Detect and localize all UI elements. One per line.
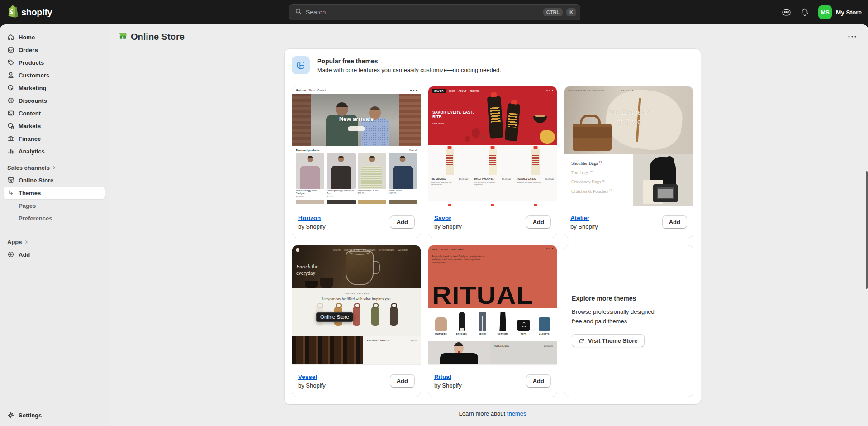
horizon-add-button[interactable]: Add [390, 215, 415, 229]
tag-icon [7, 59, 14, 66]
vessel-hero-image: NEW INCOFFEE & TEA DRINKWAREKITCHENWARE … [292, 245, 421, 288]
savor-theme-author: by Shopify [434, 223, 462, 230]
apps-header[interactable]: Apps [4, 235, 105, 248]
search-icon [295, 8, 302, 17]
sidebar-item-finance[interactable]: Finance [4, 132, 105, 145]
shopify-bag-icon [7, 5, 19, 19]
popular-themes-subtitle: Made with core features you can easily c… [317, 67, 501, 73]
atelier-product-image [633, 154, 693, 206]
vessel-tumbler [390, 307, 398, 326]
atelier-categories-section: Shoulder Bags 13 Tote bags 39 Crossbody … [564, 154, 693, 206]
horizon-figure [361, 118, 389, 146]
media-icon [7, 110, 14, 117]
themes-grid: Horizon Shop Contact New arrivals [292, 86, 693, 397]
sidebar-item-settings[interactable]: Settings [4, 409, 105, 421]
sidekick-icon [782, 8, 791, 17]
page-more-button[interactable] [845, 31, 859, 43]
shortcut-key-ctrl: CTRL [543, 8, 563, 16]
person-icon [7, 72, 14, 79]
popular-themes-header: Popular free themes Made with core featu… [292, 56, 693, 74]
horizon-product: Sofia Lightweight Turtleneck Top$65.00 [327, 153, 355, 198]
sidebar-item-orders[interactable]: Orders [4, 43, 105, 56]
shopify-logo[interactable]: shopify [0, 5, 52, 19]
theme-card-vessel: NEW INCOFFEE & TEA DRINKWAREKITCHENWARE … [292, 245, 421, 397]
theme-card-ritual: NEWTOPS BOTTOMS Fashion for the wild at … [428, 245, 557, 397]
theme-card-atelier: NEW IN BAGS SHOP ACCESSORIES ATELIER The… [564, 86, 693, 238]
horizon-theme-author: by Shopify [298, 223, 326, 230]
savor-theme-link[interactable]: Savor [434, 215, 451, 221]
external-link-icon [579, 338, 585, 344]
bar-chart-icon [7, 148, 14, 155]
horizon-product: Denim Jacket$195.00 [389, 153, 417, 198]
visit-theme-store-button[interactable]: Visit Theme Store [572, 334, 645, 347]
atelier-add-button[interactable]: Add [662, 215, 687, 229]
sidebar-item-marketing[interactable]: Marketing [4, 81, 105, 94]
notifications-button[interactable] [800, 8, 809, 17]
sidebar-item-add-app[interactable]: Add [4, 248, 105, 261]
page-title: Online Store [131, 32, 185, 42]
ritual-add-button[interactable]: Add [526, 374, 551, 388]
sidebar-item-markets[interactable]: $ Markets [4, 120, 105, 132]
bank-icon [7, 135, 14, 142]
global-search-input[interactable]: Search CTRL K [289, 4, 580, 20]
main-area: Online Store Popular free themes Made wi… [109, 24, 868, 426]
horizon-products-section: Featured products View all Michael Shagg… [292, 146, 421, 204]
plus-circle-icon [7, 251, 14, 258]
savor-product: THE ORIGINALBold, fresh and filled with … [428, 145, 471, 201]
shopify-wordmark: shopify [21, 7, 52, 18]
atelier-theme-author: by Shopify [570, 223, 598, 230]
atelier-hero-image: NEW IN BAGS SHOP ACCESSORIES ATELIER The… [564, 86, 693, 154]
sidebar-item-analytics[interactable]: Analytics [4, 145, 105, 158]
chevron-right-icon [52, 166, 56, 170]
sub-arrow-icon [7, 189, 14, 196]
store-avatar: MS [818, 5, 832, 19]
online-store-icon [119, 32, 127, 42]
vessel-preview[interactable]: NEW INCOFFEE & TEA DRINKWAREKITCHENWARE … [292, 245, 421, 365]
target-icon [7, 84, 14, 91]
vessel-carafe [346, 251, 374, 285]
sidebar-item-discounts[interactable]: Discounts [4, 94, 105, 107]
ellipsis-icon [848, 36, 856, 38]
vessel-theme-link[interactable]: Vessel [298, 373, 317, 380]
home-icon [7, 34, 14, 41]
sales-channels-header[interactable]: Sales channels [4, 161, 105, 174]
vessel-tumbler [353, 307, 360, 326]
vessel-add-button[interactable]: Add [390, 374, 415, 388]
chevron-right-icon [24, 240, 28, 244]
sidebar-item-pages[interactable]: Pages [4, 199, 105, 212]
ritual-theme-link[interactable]: Ritual [434, 373, 451, 380]
sidebar-item-themes[interactable]: Themes [4, 187, 105, 199]
sidekick-button[interactable] [782, 8, 791, 17]
horizon-preview[interactable]: Horizon Shop Contact New arrivals [292, 86, 421, 206]
page-header: Online Store [109, 24, 868, 49]
horizon-hero-image: New arrivals [292, 94, 421, 146]
sidebar-item-online-store[interactable]: Online Store [4, 174, 105, 187]
savor-preview[interactable]: SAVOR SHOP ABOUT RECIPES SAVOR EVERY. LA… [428, 86, 557, 206]
savor-add-button[interactable]: Add [526, 215, 551, 229]
vessel-tumbler [371, 307, 379, 326]
discount-icon [7, 97, 14, 104]
savor-product: SWEET PINEAPPLEThe perfect hit of tropic… [471, 145, 514, 201]
sidebar-item-customers[interactable]: Customers [4, 69, 105, 81]
themes-help-link[interactable]: themes [507, 410, 526, 417]
sidebar-item-preferences[interactable]: Preferences [4, 212, 105, 225]
theme-card-savor: SAVOR SHOP ABOUT RECIPES SAVOR EVERY. LA… [428, 86, 557, 238]
horizon-nav-icons [410, 90, 417, 91]
vessel-theme-author: by Shopify [298, 382, 326, 389]
ritual-nav-icons [546, 248, 553, 251]
explore-body: Browse professionally designedfree and p… [572, 307, 686, 326]
ritual-preview[interactable]: NEWTOPS BOTTOMS Fashion for the wild at … [428, 245, 557, 365]
topbar: shopify Search CTRL K MS My Store [0, 0, 868, 24]
savor-bottle [504, 103, 520, 141]
scrollbar-thumb[interactable] [866, 171, 868, 289]
store-menu[interactable]: MS My Store [818, 5, 862, 19]
sidebar-item-content[interactable]: Content [4, 107, 105, 120]
ritual-lower-section: ROSE L.L. BAG $1,500.00 [428, 341, 557, 365]
sidebar-item-products[interactable]: Products [4, 56, 105, 69]
sidebar-item-home[interactable]: Home [4, 31, 105, 43]
savor-hero-image: SAVOR SHOP ABOUT RECIPES SAVOR EVERY. LA… [428, 86, 557, 145]
atelier-preview[interactable]: NEW IN BAGS SHOP ACCESSORIES ATELIER The… [564, 86, 693, 206]
atelier-theme-link[interactable]: Atelier [570, 215, 589, 221]
savor-bottle [487, 96, 503, 139]
horizon-theme-link[interactable]: Horizon [298, 215, 321, 221]
